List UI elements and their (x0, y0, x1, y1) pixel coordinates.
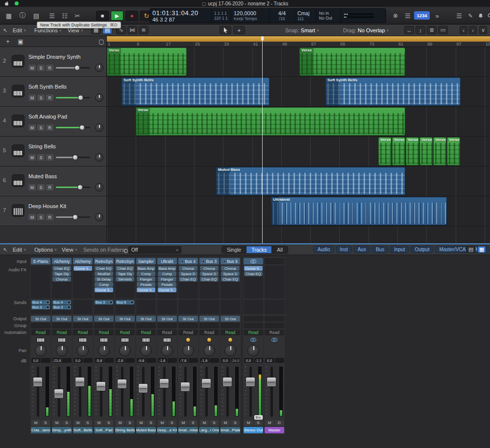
volume-value[interactable]: -23,8 (52, 358, 62, 363)
channel-automation-slot[interactable]: Read (115, 330, 135, 335)
mute-button[interactable]: M (265, 420, 274, 425)
mixer-edit-menu[interactable]: Edit∨ (13, 246, 26, 254)
crossfade-tool-icon[interactable]: ⋈ (127, 26, 137, 34)
channel-input-slot[interactable]: Sampler (136, 258, 156, 264)
mixer-channel-strip[interactable]: Bus 5 ChorusSpace DChan EQ St Out Read 0… (220, 257, 241, 434)
fx-slot[interactable]: Chorus (200, 266, 219, 271)
pan-knob[interactable] (182, 345, 194, 356)
channel-group-slot[interactable] (199, 323, 219, 329)
mute-button[interactable]: M (28, 94, 36, 101)
mute-button[interactable]: M (221, 420, 230, 425)
send-level-knob[interactable] (109, 301, 113, 304)
channel-name[interactable]: String Bells (115, 427, 135, 433)
filter-output[interactable]: Output (411, 246, 433, 253)
fader-handle[interactable] (267, 377, 276, 387)
fx-slot[interactable]: Space D (221, 271, 240, 276)
channel-fx-area[interactable]: ChorusSpace DChan EQ (199, 265, 219, 299)
fx-slot[interactable]: Tape Dly (116, 271, 134, 276)
zoom-horizontal-icon[interactable]: ↔ (404, 26, 414, 34)
channel-input-slot[interactable] (244, 258, 263, 264)
channel-group-slot[interactable] (115, 323, 135, 329)
record-enable-button[interactable]: R (46, 214, 53, 220)
lcd-position-cell[interactable]: 01:01:31:04.20 46 3 2 87 (150, 9, 212, 23)
mixer-channel-strip[interactable]: Bus 3 ChorusSpace DChan EQ St Out Read -… (199, 257, 220, 434)
mute-button[interactable]: M (74, 420, 82, 425)
pan-knob[interactable] (95, 183, 103, 191)
channel-sends-area[interactable]: Bus 5 (115, 300, 135, 314)
toolbar-toggle-icon[interactable]: ▦ (3, 11, 15, 21)
menu-icon[interactable]: ☰ (453, 11, 465, 21)
solo-button[interactable]: S (37, 154, 45, 161)
mute-button[interactable]: M (52, 420, 61, 425)
mute-button[interactable]: M (28, 124, 36, 131)
channel-name[interactable]: Simp...ynth (52, 427, 72, 433)
volume-value[interactable]: -9,8 (137, 358, 146, 363)
record-enable-button[interactable]: R (46, 94, 53, 101)
lcd-key-cell[interactable]: Cmaj 111 (295, 9, 317, 23)
channel-name[interactable]: Smal...Plate (220, 427, 240, 433)
pan-knob[interactable] (119, 345, 131, 356)
lcd-tempo-mode[interactable]: Keep Tempo (234, 16, 267, 21)
channel-automation-slot[interactable]: Read (157, 330, 177, 335)
channel-group-slot[interactable] (244, 323, 263, 329)
fx-slot[interactable]: Chan EQ (95, 266, 113, 271)
channel-sends-area[interactable] (136, 300, 156, 314)
mute-button[interactable]: M (200, 420, 209, 425)
edit-menu[interactable]: Edit∨ (13, 26, 26, 34)
channel-automation-slot[interactable]: Read (220, 330, 240, 335)
channel-sends-area[interactable]: Bus 3 (94, 300, 114, 314)
volume-value[interactable]: 0,0 (244, 358, 253, 363)
lcd-display[interactable]: 01:01:31:04.20 46 3 2 87 1 1 1 1 110 1 1… (149, 8, 386, 23)
lcd-tempo-cell[interactable]: 120,0000 Keep Tempo (231, 9, 270, 23)
channel-fx-area[interactable]: ChorusSpace DChan EQ (220, 265, 240, 299)
add-track-button[interactable]: + (3, 38, 13, 46)
channel-input-slot[interactable]: Ultrabt (157, 258, 177, 264)
pan-knob[interactable] (95, 94, 103, 102)
solo-button[interactable]: S (83, 420, 92, 425)
volume-value[interactable]: -5,8 (95, 358, 104, 363)
playhead[interactable] (262, 36, 263, 243)
channel-group-slot[interactable] (220, 323, 240, 329)
channel-input-slot[interactable]: Alchemy (52, 258, 72, 264)
channel-group-slot[interactable] (136, 323, 156, 329)
volume-value[interactable]: 0,0 (221, 358, 230, 363)
mute-button[interactable]: M (179, 420, 188, 425)
channel-automation-slot[interactable]: Read (199, 330, 219, 335)
solo-button[interactable]: S (41, 420, 50, 425)
send-level-knob[interactable] (130, 301, 134, 304)
mixer-channel-strip[interactable]: Read 0,0 M D Master (264, 257, 285, 434)
fader-handle[interactable] (33, 377, 43, 387)
channel-fx-area[interactable]: Bass AmpCompFlangerPedalsOzone 9... (136, 265, 156, 299)
channel-output-slot[interactable]: St Out (52, 316, 72, 322)
lcd-division[interactable]: /16 (279, 16, 285, 21)
channel-fx-area[interactable] (265, 265, 284, 299)
lcd-time[interactable]: 01:01:31:04.20 (152, 9, 209, 17)
sends-on-faders-dropdown[interactable]: Off ∨ (128, 246, 181, 254)
channel-group-slot[interactable] (52, 323, 72, 329)
midi-region[interactable]: Verse (419, 137, 433, 165)
channel-sends-area[interactable] (265, 300, 284, 314)
fx-slot[interactable]: Chan EQ (52, 266, 71, 271)
channel-automation-slot[interactable]: Read (31, 330, 50, 335)
mixer-options-menu[interactable]: Options∨ (34, 246, 57, 254)
volume-slider[interactable] (56, 127, 90, 128)
midi-region[interactable]: Verse (136, 107, 405, 136)
fx-slot[interactable]: Space D (200, 271, 219, 276)
mute-button[interactable]: M (158, 420, 167, 425)
solo-button[interactable]: S (37, 94, 45, 101)
fx-slot[interactable]: Bass Amp (137, 266, 155, 271)
fx-slot[interactable]: Flanger (158, 277, 176, 282)
volume-value[interactable]: -1,6 (200, 358, 209, 363)
fx-slot[interactable]: Chorus (179, 266, 197, 271)
fx-slot[interactable]: Chorus (52, 277, 71, 282)
stop-button[interactable]: ■ (96, 11, 109, 21)
track-name[interactable]: Simple Dreamy Synth (28, 54, 80, 60)
channel-output-slot[interactable]: St Out (94, 316, 114, 322)
lcd-tempo[interactable]: 120,0000 (234, 10, 267, 16)
midi-region[interactable]: Muted Bass (216, 167, 405, 195)
fx-slot[interactable]: Flanger (137, 277, 155, 282)
track-lanes[interactable]: Verse Verse Soft Synth Bells Soft Synth … (107, 47, 490, 243)
send-slot[interactable]: Bus 3 (95, 300, 113, 305)
pan-knob[interactable] (247, 345, 259, 356)
solo-button[interactable]: S (231, 420, 240, 425)
